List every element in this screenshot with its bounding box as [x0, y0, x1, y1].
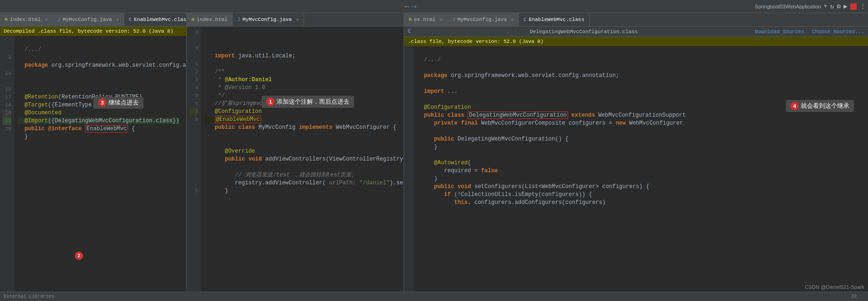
- more-icon[interactable]: ⋮: [860, 2, 866, 10]
- back-icon[interactable]: ←: [405, 2, 410, 11]
- decompiled-notice-left: Decompiled .class file, bytecode version…: [0, 27, 186, 36]
- callout-4: 4就会看到这个继承: [786, 100, 854, 112]
- left-code-content[interactable]: /.../ package org.springframework.web.se…: [14, 36, 186, 292]
- middle-tabs: H index.html J MyMvcConfig.java ✕: [187, 13, 404, 27]
- project-name-label: Springboot03WebApplication: [755, 4, 821, 9]
- tab-mymvcconfig-left[interactable]: J MyMvcConfig.java ✕: [53, 13, 124, 26]
- right-code-content[interactable]: /.../ package org.springframework.web.se…: [413, 46, 868, 292]
- delegating-file-icon: C: [408, 29, 411, 34]
- status-bar: External Libraries 33: [0, 292, 868, 301]
- java-icon-middle: J: [237, 17, 240, 22]
- right-header-links: Download Sources Choose Sources...: [755, 29, 864, 35]
- tab-index-html-middle[interactable]: H index.html: [187, 13, 233, 26]
- right-tabs: H ex.html ✕ J MyMvcConfig.java ✕ C Enabl…: [404, 13, 868, 27]
- decompiled-notice-right: .class file, bytecode version: 52.0 (Jav…: [404, 37, 868, 46]
- refresh-icon[interactable]: ↻: [830, 2, 834, 10]
- left-code-container: 3 14 16 17 18 19 19 20 /.../ package org…: [0, 36, 186, 292]
- middle-line-numbers: 8 0 1 2 3 4 5 6 7 8: [187, 27, 201, 292]
- choose-sources-link[interactable]: Choose Sources...: [812, 29, 864, 35]
- forward-icon[interactable]: →: [412, 2, 417, 11]
- tab-mymvcconfig-middle[interactable]: J MyMvcConfig.java ✕: [233, 13, 304, 26]
- middle-panel: H index.html J MyMvcConfig.java ✕ 8 0 1: [187, 13, 404, 292]
- line-col-indicator: 33: [851, 294, 857, 299]
- download-sources-link[interactable]: Download Sources: [755, 29, 804, 35]
- tab-exhtml-right[interactable]: H ex.html ✕: [404, 13, 448, 26]
- java-icon-right: J: [452, 17, 455, 22]
- callout-circle-2: 2: [75, 252, 85, 260]
- middle-code-content[interactable]: import java.util.Locale; /** * @Author:D…: [201, 27, 404, 292]
- html-icon-middle: H: [192, 17, 194, 22]
- right-panel: H ex.html ✕ J MyMvcConfig.java ✕ C Enabl…: [404, 13, 868, 292]
- callout-1: 1添加这个注解，而后点进去: [262, 96, 354, 108]
- tab-mymvcconfig-right[interactable]: J MyMvcConfig.java ✕: [448, 13, 519, 26]
- project-dropdown-icon[interactable]: ▼: [824, 3, 827, 10]
- tab-enablewebmvc-left[interactable]: C EnableWebMvc.class ✕: [124, 13, 187, 26]
- left-panel: H index.html ✕ J MyMvcConfig.java ✕ C En…: [0, 13, 187, 292]
- html-icon-left: H: [5, 17, 7, 22]
- right-line-numbers: [404, 46, 413, 292]
- java-icon-left: J: [57, 17, 60, 22]
- left-tabs: H index.html ✕ J MyMvcConfig.java ✕ C En…: [0, 13, 186, 27]
- right-file-header: C DelegatingWebMvcConfiguration.class Do…: [404, 27, 868, 37]
- class-icon-left: C: [129, 17, 132, 22]
- callout-3: 3继续点进去: [93, 97, 143, 109]
- tab-index-html-left[interactable]: H index.html ✕: [0, 13, 53, 26]
- middle-code-container: 8 0 1 2 3 4 5 6 7 8: [187, 27, 404, 292]
- run-icon[interactable]: ▶: [844, 2, 847, 10]
- stop-icon[interactable]: [850, 3, 857, 10]
- top-toolbar: ← → Springboot03WebApplication ▼ ↻ ⚙ ▶ ⋮: [0, 0, 868, 13]
- right-code-container: /.../ package org.springframework.web.se…: [404, 46, 868, 292]
- tab-enablewebmvc-right[interactable]: C EnableWebMvc.class: [519, 13, 590, 26]
- status-left: External Libraries: [4, 294, 54, 299]
- class-icon-right: C: [524, 17, 526, 22]
- html-icon-right: H: [409, 17, 412, 22]
- left-line-numbers: 3 14 16 17 18 19 19 20: [0, 36, 14, 292]
- csdn-watermark: CSDN @Daniel521-Spark: [805, 284, 864, 290]
- build-icon[interactable]: ⚙: [837, 2, 840, 10]
